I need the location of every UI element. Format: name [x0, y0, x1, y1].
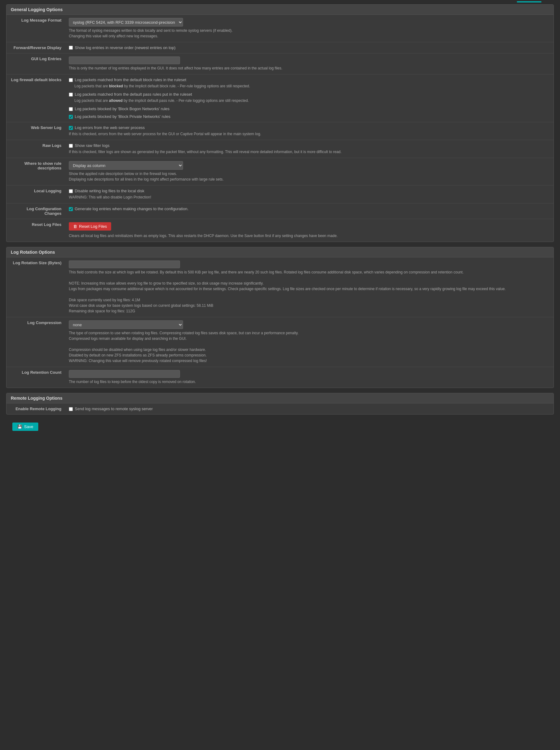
- local-logging-label: Local Logging: [6, 185, 65, 203]
- local-logging-cb-label: Disable writing log files to the local d…: [75, 188, 144, 193]
- log-rotation-size-label: Log Rotation Size (Bytes): [6, 258, 65, 317]
- web-server-log-label: Web Server Log: [6, 122, 65, 140]
- local-logging-content: Disable writing log files to the local d…: [65, 185, 554, 203]
- web-server-log-cb-label: Log errors from the web server process: [75, 125, 145, 130]
- gui-log-entries-content: 500 This is only the number of log entri…: [65, 54, 554, 74]
- where-to-show-rule-row: Where to show rule descriptions Display …: [6, 158, 554, 185]
- where-to-show-rule-desc: Show the applied rule description below …: [69, 171, 550, 182]
- log-rotation-size-input[interactable]: 512000: [69, 261, 180, 268]
- save-icon: 💾: [17, 424, 22, 429]
- log-retention-count-desc: The number of log files to keep before t…: [69, 379, 550, 385]
- enable-remote-logging-row: Enable Remote Logging Send log messages …: [6, 403, 554, 414]
- forward-reverse-checkbox[interactable]: [69, 46, 73, 50]
- forward-reverse-row: Forward/Reverse Display Show log entries…: [6, 42, 554, 54]
- where-to-show-rule-content: Display as column Display as tooltip Do …: [65, 158, 554, 185]
- firewall-block-cb2-label: Log packets matched from the default pas…: [75, 92, 192, 97]
- log-rotation-size-row: Log Rotation Size (Bytes) 512000 This fi…: [6, 258, 554, 317]
- log-rotation-size-desc: This field controls the size at which lo…: [69, 269, 550, 314]
- web-server-log-content: Log errors from the web server process I…: [65, 122, 554, 140]
- firewall-block-cb3-label: Log packets blocked by 'Block Bogon Netw…: [75, 106, 169, 111]
- raw-logs-desc: If this is checked, filter logs are show…: [69, 149, 550, 155]
- log-rotation-section: Log Rotation Options Log Rotation Size (…: [6, 247, 554, 388]
- log-firewall-blocks-row: Log firewall default blocks Log packets …: [6, 74, 554, 122]
- reset-log-files-label: Reset Log Files: [6, 219, 65, 242]
- save-button[interactable]: 💾 Save: [12, 423, 38, 431]
- where-to-show-rule-label: Where to show rule descriptions: [6, 158, 65, 185]
- log-message-format-content: syslog (RFC 5424, with RFC 3339 microsec…: [65, 15, 554, 42]
- log-message-format-label: Log Message Format: [6, 15, 65, 42]
- reset-log-files-icon: 🗑: [73, 224, 77, 229]
- raw-logs-cb-label: Show raw filter logs: [75, 143, 109, 148]
- log-rotation-header: Log Rotation Options: [6, 247, 554, 258]
- local-logging-row: Local Logging Disable writing log files …: [6, 185, 554, 203]
- raw-logs-checkbox[interactable]: [69, 144, 73, 148]
- firewall-block-cb2[interactable]: [69, 93, 73, 97]
- log-message-format-row: Log Message Format syslog (RFC 5424, wit…: [6, 15, 554, 42]
- log-retention-count-input[interactable]: 7: [69, 370, 180, 378]
- log-retention-count-row: Log Retention Count 7 The number of log …: [6, 367, 554, 388]
- log-compression-row: Log Compression none bzip2 gzip xz zstd …: [6, 317, 554, 367]
- gui-log-entries-desc: This is only the number of log entries d…: [69, 65, 550, 71]
- raw-logs-content: Show raw filter logs If this is checked,…: [65, 140, 554, 158]
- log-retention-count-label: Log Retention Count: [6, 367, 65, 388]
- general-logging-header: General Logging Options: [6, 5, 554, 15]
- raw-logs-row: Raw Logs Show raw filter logs If this is…: [6, 140, 554, 158]
- log-rotation-size-content: 512000 This field controls the size at w…: [65, 258, 554, 317]
- firewall-block-cb4[interactable]: [69, 115, 73, 119]
- gui-log-entries-input[interactable]: 500: [69, 57, 180, 64]
- forward-reverse-label: Forward/Reverse Display: [6, 42, 65, 54]
- enable-remote-logging-checkbox[interactable]: [69, 407, 73, 411]
- gui-log-entries-row: GUI Log Entries 500 This is only the num…: [6, 54, 554, 74]
- log-config-changes-label: Log Configuration Changes: [6, 203, 65, 219]
- log-compression-content: none bzip2 gzip xz zstd The type of comp…: [65, 317, 554, 367]
- gui-log-entries-label: GUI Log Entries: [6, 54, 65, 74]
- where-to-show-rule-select[interactable]: Display as column Display as tooltip Do …: [69, 161, 183, 170]
- log-compression-desc: The type of compression to use when rota…: [69, 330, 550, 364]
- log-rotation-table: Log Rotation Size (Bytes) 512000 This fi…: [6, 258, 554, 388]
- reset-log-files-button[interactable]: 🗑 Reset Log Files: [69, 222, 111, 230]
- log-compression-label: Log Compression: [6, 317, 65, 367]
- reset-log-files-row: Reset Log Files 🗑 Reset Log Files Clears…: [6, 219, 554, 242]
- web-server-log-row: Web Server Log Log errors from the web s…: [6, 122, 554, 140]
- web-server-log-checkbox[interactable]: [69, 126, 73, 130]
- log-config-changes-checkbox[interactable]: [69, 207, 73, 211]
- enable-remote-logging-content: Send log messages to remote syslog serve…: [65, 403, 554, 414]
- web-server-log-desc: If this is checked, errors from the web …: [69, 131, 550, 137]
- raw-logs-label: Raw Logs: [6, 140, 65, 158]
- local-logging-warning: WARNING: This will also disable Login Pr…: [69, 195, 550, 200]
- forward-reverse-cb-label: Show log entries in reverse order (newes…: [75, 45, 176, 50]
- save-button-label: Save: [24, 424, 33, 429]
- log-compression-select[interactable]: none bzip2 gzip xz zstd: [69, 320, 183, 329]
- reset-log-files-btn-label: Reset Log Files: [79, 224, 107, 229]
- log-config-changes-cb-label: Generate log entries when making changes…: [75, 206, 188, 211]
- firewall-block-desc1: Log packets that are blocked by the impl…: [74, 83, 550, 89]
- firewall-block-cb1-label: Log packets matched from the default blo…: [75, 78, 186, 82]
- enable-remote-logging-label: Enable Remote Logging: [6, 403, 65, 414]
- forward-reverse-content: Show log entries in reverse order (newes…: [65, 42, 554, 54]
- firewall-block-cb1[interactable]: [69, 78, 73, 82]
- save-button-container: 💾 Save: [6, 420, 554, 431]
- reset-log-files-desc: Clears all local log files and reinitial…: [69, 233, 550, 239]
- reset-log-files-content: 🗑 Reset Log Files Clears all local log f…: [65, 219, 554, 242]
- general-logging-section: General Logging Options Log Message Form…: [6, 4, 554, 242]
- remote-logging-header: Remote Logging Options: [6, 393, 554, 403]
- remote-logging-table: Enable Remote Logging Send log messages …: [6, 403, 554, 414]
- remote-logging-section: Remote Logging Options Enable Remote Log…: [6, 393, 554, 414]
- firewall-block-desc2: Log packets that are allowed by the impl…: [74, 98, 550, 103]
- top-indicator: [517, 1, 541, 2]
- enable-remote-logging-cb-label: Send log messages to remote syslog serve…: [75, 406, 153, 411]
- firewall-block-cb3[interactable]: [69, 107, 73, 111]
- log-config-changes-row: Log Configuration Changes Generate log e…: [6, 203, 554, 219]
- local-logging-checkbox[interactable]: [69, 189, 73, 193]
- log-firewall-blocks-label: Log firewall default blocks: [6, 74, 65, 122]
- log-retention-count-content: 7 The number of log files to keep before…: [65, 367, 554, 388]
- log-message-format-select[interactable]: syslog (RFC 5424, with RFC 3339 microsec…: [69, 18, 183, 26]
- log-firewall-blocks-content: Log packets matched from the default blo…: [65, 74, 554, 122]
- general-logging-table: Log Message Format syslog (RFC 5424, wit…: [6, 15, 554, 242]
- log-message-format-desc: The format of syslog messages written to…: [69, 28, 550, 39]
- log-config-changes-content: Generate log entries when making changes…: [65, 203, 554, 219]
- firewall-block-cb4-label: Log packets blocked by 'Block Private Ne…: [75, 114, 171, 119]
